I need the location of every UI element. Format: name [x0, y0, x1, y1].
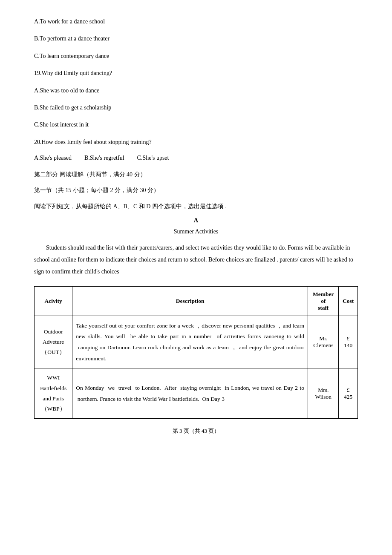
- q20-label: 20.How does Emily feel about stopping tr…: [34, 138, 358, 147]
- col-activity: Acivity: [35, 286, 72, 316]
- activity-wbp: WWI Battlefieldsand Paris（WBP）: [35, 368, 72, 419]
- instruction-label: 阅读下列短文，从每题所给的 A、B、C 和 D 四个选项中，选出最佳选项 .: [34, 201, 358, 212]
- passage-subtitle: Summer Activities: [34, 228, 358, 235]
- section1-label: 第一节（共 15 小题；每小题 2 分，满分 30 分）: [34, 185, 358, 196]
- page-footer: 第 3 页（共 43 页）: [34, 427, 358, 435]
- staff-wbp: Mrs. Wilson: [308, 368, 339, 419]
- q20-option-a: A.She's pleased: [34, 155, 72, 161]
- activities-table: Acivity Description Member ofstaff Cost …: [34, 286, 358, 419]
- q18-option-b: B.To perform at a dance theater: [34, 34, 358, 43]
- desc-out: Take yourself out of your comfort zone f…: [72, 316, 308, 368]
- passage-title: A: [34, 217, 358, 224]
- q19-option-b: B.She failed to get a scholarship: [34, 103, 358, 112]
- page-content: A.To work for a dance school B.To perfor…: [34, 17, 358, 419]
- q20-option-b: B.She's regretful: [84, 155, 124, 161]
- q18-option-c: C.To learn contemporary dance: [34, 52, 358, 61]
- q20-options-row: A.She's pleased B.She's regretful C.She'…: [34, 155, 358, 161]
- q18-option-a: A.To work for a dance school: [34, 17, 358, 26]
- desc-wbp: On Monday we travel to London. After sta…: [72, 368, 308, 419]
- part2-label: 第二部分 阅读理解（共两节，满分 40 分）: [34, 169, 358, 180]
- cost-wbp: £ 425: [339, 368, 358, 419]
- col-description: Description: [72, 286, 308, 316]
- table-row-wbp: WWI Battlefieldsand Paris（WBP） On Monday…: [35, 368, 358, 419]
- staff-out: Mr. Clemens: [308, 316, 339, 368]
- q19-option-c: C.She lost interest in it: [34, 120, 358, 129]
- col-staff: Member ofstaff: [308, 286, 339, 316]
- table-row-out: OutdoorAdveture（OUT） Take yourself out o…: [35, 316, 358, 368]
- cost-out: £ 140: [339, 316, 358, 368]
- col-cost: Cost: [339, 286, 358, 316]
- activity-out: OutdoorAdveture（OUT）: [35, 316, 72, 368]
- q19-label: 19.Why did Emily quit dancing?: [34, 69, 358, 78]
- q20-option-c: C.She's upset: [137, 155, 169, 161]
- passage-para1: Students should read the list with their…: [34, 242, 358, 278]
- q19-option-a: A.She was too old to dance: [34, 86, 358, 95]
